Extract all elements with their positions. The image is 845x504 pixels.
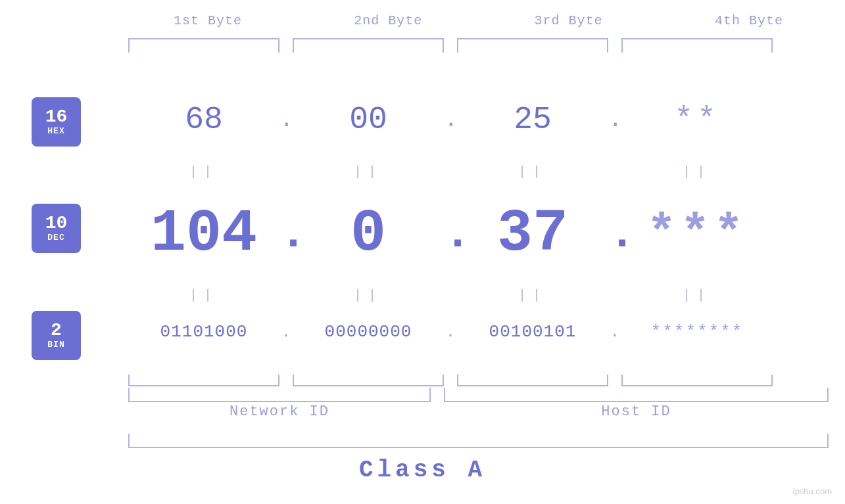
dec-b4: *** — [621, 206, 773, 262]
bin-dot-3: . — [608, 323, 621, 341]
network-bracket — [128, 388, 431, 402]
top-bracket-3 — [457, 38, 608, 53]
bottom-bracket-1 — [128, 375, 279, 386]
eq-row-dec: || || || || — [0, 288, 845, 303]
bin-dot-2: . — [444, 323, 457, 341]
eq-hex-2: || — [293, 164, 444, 179]
hex-b1: 68 — [128, 102, 279, 137]
dec-badge: 10 DEC — [32, 204, 81, 253]
bin-dot-1: . — [279, 323, 293, 341]
hex-dot-2: . — [444, 106, 457, 133]
bin-row: 01101000 . 00000000 . 00100101 . *******… — [128, 322, 829, 342]
dec-b2: 0 — [293, 200, 444, 267]
top-bracket-2 — [293, 38, 444, 53]
hex-dot-3: . — [608, 106, 621, 133]
byte4-header: 4th Byte — [673, 13, 825, 28]
main-container: 1st Byte 2nd Byte 3rd Byte 4th Byte 16 H… — [0, 0, 845, 504]
dec-row: 104 . 0 . 37 . *** — [128, 200, 829, 267]
network-id-label: Network ID — [128, 403, 431, 420]
bin-b1: 01101000 — [128, 322, 279, 342]
eq-hex-3: || — [457, 164, 608, 179]
byte-headers: 1st Byte 2nd Byte 3rd Byte 4th Byte — [128, 13, 829, 28]
byte2-header: 2nd Byte — [312, 13, 464, 28]
hex-b4: ** — [621, 102, 773, 137]
eq-hex-4: || — [621, 164, 773, 179]
bottom-bracket-4 — [621, 375, 773, 386]
hex-b3: 25 — [457, 102, 608, 137]
bin-b3: 00100101 — [457, 322, 608, 342]
class-label: Class A — [0, 457, 845, 484]
hex-dot-1: . — [279, 106, 293, 133]
dec-dot-3: . — [608, 208, 621, 260]
hex-row: 68 . 00 . 25 . ** — [128, 102, 829, 137]
hex-badge: 16 HEX — [32, 97, 81, 147]
top-bracket-1 — [128, 38, 279, 53]
host-bracket — [444, 388, 829, 402]
eq-row-hex: || || || || — [0, 164, 845, 179]
bin-badge: 2 BIN — [32, 311, 81, 360]
network-host-brackets — [128, 388, 829, 402]
bin-b2: 00000000 — [293, 322, 444, 342]
class-bracket — [128, 434, 829, 448]
eq-dec-4: || — [621, 288, 773, 303]
bottom-bracket-3 — [457, 375, 608, 386]
eq-dec-2: || — [293, 288, 444, 303]
host-id-label: Host ID — [444, 403, 829, 420]
watermark: ipshu.com — [793, 486, 832, 496]
byte1-header: 1st Byte — [132, 13, 283, 28]
dec-b3: 37 — [457, 200, 608, 267]
bottom-bracket-2 — [293, 375, 444, 386]
dec-dot-2: . — [444, 208, 457, 260]
eq-dec-1: || — [128, 288, 279, 303]
bin-b4: ******** — [621, 322, 773, 342]
top-bracket-4 — [621, 38, 773, 53]
top-brackets — [128, 38, 829, 53]
hex-b2: 00 — [293, 102, 444, 137]
bottom-byte-brackets — [128, 375, 829, 386]
eq-dec-3: || — [457, 288, 608, 303]
dec-dot-1: . — [279, 208, 293, 260]
dec-b1: 104 — [128, 200, 279, 267]
byte3-header: 3rd Byte — [493, 13, 644, 28]
eq-hex-1: || — [128, 164, 279, 179]
